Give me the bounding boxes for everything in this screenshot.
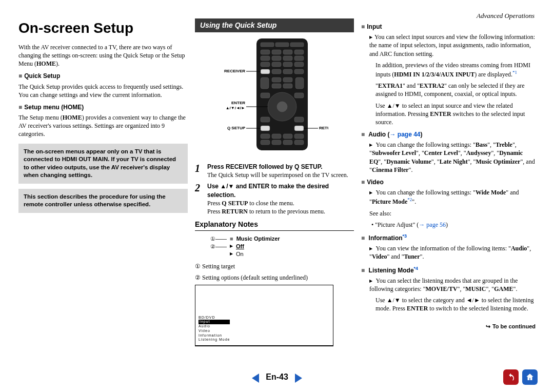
- svg-rect-23: [283, 77, 292, 82]
- input-heading: Input: [361, 23, 536, 31]
- page-footer: En-43: [0, 373, 554, 383]
- svg-rect-24: [272, 84, 281, 88]
- svg-rect-14: [283, 62, 292, 67]
- note-remote-procedure: This section describes the procedure for…: [18, 189, 188, 213]
- svg-rect-30: [261, 117, 270, 122]
- svg-rect-22: [272, 77, 281, 82]
- svg-rect-7: [294, 50, 304, 54]
- quick-setup-paragraph: The Quick Setup provides quick access to…: [18, 83, 188, 99]
- svg-rect-3: [290, 43, 304, 47]
- column-2: Using the Quick Setup: [195, 18, 354, 346]
- svg-rect-2: [275, 43, 289, 47]
- audio-page-link[interactable]: → page 44: [389, 131, 420, 138]
- explanatory-box: ①——■Music Optimizer ②——▶Off ②——▶On: [210, 235, 354, 258]
- column-1: On-screen Setup With the AV receiver con…: [18, 18, 188, 346]
- audio-heading: Audio (→ page 44): [361, 130, 536, 139]
- label-receiver: RECEIVER: [224, 69, 245, 73]
- listening-mode-desc: You can select the listening modes that …: [369, 277, 536, 293]
- picture-adjust-link[interactable]: → page 56: [419, 221, 446, 228]
- listening-mode-heading: Listening Mode*4: [361, 265, 536, 275]
- svg-rect-11: [294, 56, 304, 61]
- video-see-also: See also:: [369, 209, 536, 218]
- input-hdmi-note: In addition, previews of the video strea…: [369, 61, 536, 79]
- svg-rect-20: [261, 77, 269, 89]
- quick-setup-heading: Quick Setup: [18, 72, 188, 80]
- svg-rect-29: [294, 93, 304, 98]
- svg-rect-6: [283, 50, 292, 54]
- audio-desc: You can change the following settings: "…: [369, 141, 536, 174]
- label-arrows: ▲/▼/◄/►: [226, 106, 245, 110]
- expl-legend-2: ② Setting options (default setting under…: [195, 273, 354, 282]
- column-3: Input You can select input sources and v…: [361, 18, 536, 346]
- label-return: RETURN: [319, 126, 328, 130]
- svg-rect-32: [261, 126, 270, 131]
- svg-rect-16: [261, 69, 270, 74]
- svg-rect-31: [294, 117, 304, 122]
- svg-rect-9: [272, 56, 281, 61]
- prev-page-arrow-icon[interactable]: [252, 374, 259, 383]
- svg-rect-17: [272, 69, 281, 74]
- svg-rect-8: [261, 56, 270, 61]
- explanatory-notes-heading: Explanatory Notes: [195, 220, 354, 229]
- remote-diagram: RECEIVER ENTER ▲/▼/◄/► Q SETUP RETURN: [195, 37, 354, 158]
- page-number: En-43: [266, 373, 288, 381]
- svg-rect-12: [261, 62, 270, 67]
- svg-rect-34: [261, 134, 270, 139]
- svg-rect-21: [295, 77, 304, 89]
- svg-rect-33: [294, 126, 304, 131]
- svg-rect-5: [272, 50, 281, 54]
- svg-rect-37: [294, 134, 304, 139]
- svg-rect-41: [294, 140, 304, 145]
- video-picture-adjust: "Picture Adjust" (→ page 56): [369, 221, 536, 229]
- svg-rect-13: [272, 62, 281, 67]
- to-be-continued: To be continued: [361, 323, 536, 330]
- svg-rect-28: [261, 93, 270, 98]
- step-1: 1 Press RECEIVER followed by Q SETUP. Th…: [195, 163, 354, 179]
- page-title: On-screen Setup: [18, 18, 188, 38]
- page-content: On-screen Setup With the AV receiver con…: [0, 0, 554, 346]
- svg-rect-15: [294, 62, 304, 67]
- svg-rect-25: [283, 84, 292, 88]
- svg-rect-19: [294, 69, 304, 74]
- svg-point-27: [277, 102, 287, 112]
- back-button[interactable]: [503, 369, 519, 385]
- svg-rect-36: [283, 134, 292, 139]
- svg-rect-39: [272, 140, 281, 145]
- input-extra: "EXTRA1" and "EXTRA2" can only be select…: [369, 82, 536, 98]
- expl-legend-1: ① Setting target: [195, 262, 354, 270]
- information-desc: You can view the information of the foll…: [369, 244, 536, 261]
- svg-rect-4: [261, 50, 270, 54]
- information-heading: Information*3: [361, 233, 536, 242]
- listening-mode-use: Use ▲/▼ to select the category and ◄/► t…: [369, 296, 536, 312]
- label-enter: ENTER: [231, 101, 245, 105]
- tv-screen-box: BD/DVD Input Audio Video Information Lis…: [195, 285, 333, 346]
- undo-icon: [506, 373, 516, 382]
- step-2: 2 Use ▲/▼ and ENTER to make the desired …: [195, 182, 354, 215]
- input-desc: You can select input sources and view th…: [369, 33, 536, 58]
- next-page-arrow-icon[interactable]: [295, 374, 302, 383]
- setup-menu-paragraph: The Setup menu (HOME) provides a conveni…: [18, 113, 188, 139]
- input-use: Use ▲/▼ to select an input source and vi…: [369, 102, 536, 127]
- svg-rect-10: [283, 56, 292, 61]
- svg-rect-18: [283, 69, 292, 74]
- note-hdmi-out: The on-screen menus appear only on a TV …: [18, 144, 188, 184]
- label-qsetup: Q SETUP: [227, 126, 246, 130]
- video-desc: You can change the following settings: "…: [369, 188, 536, 206]
- header-section-label: Advanced Operations: [477, 11, 535, 21]
- svg-rect-38: [261, 140, 270, 145]
- tv-menu: BD/DVD Input Audio Video Information Lis…: [199, 316, 230, 343]
- svg-rect-35: [272, 134, 281, 139]
- steps: 1 Press RECEIVER followed by Q SETUP. Th…: [195, 163, 354, 215]
- using-quick-setup-bar: Using the Quick Setup: [195, 18, 354, 32]
- home-icon: [525, 373, 535, 382]
- setup-menu-heading: Setup menu (HOME): [18, 103, 188, 111]
- remote-svg: RECEIVER ENTER ▲/▼/◄/► Q SETUP RETURN: [221, 37, 328, 155]
- home-button[interactable]: [522, 369, 538, 385]
- svg-rect-40: [283, 140, 292, 145]
- svg-rect-1: [261, 43, 274, 47]
- video-heading: Video: [361, 178, 536, 186]
- intro-paragraph: With the AV receiver connected to a TV, …: [18, 43, 188, 68]
